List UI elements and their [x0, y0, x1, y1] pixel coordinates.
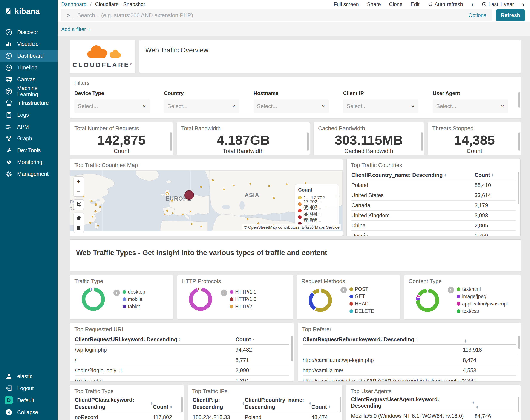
- column-header-country[interactable]: ClientIP.country_name: Descending▲▼: [245, 396, 311, 410]
- sidebar-item-discover[interactable]: Discover: [0, 26, 58, 38]
- metric-label: Cached Bandwidth: [314, 148, 424, 154]
- sidebar-item-space-default[interactable]: D Default: [0, 394, 58, 406]
- request-methods-donut-chart[interactable]: [309, 289, 332, 312]
- legend-item[interactable]: HTTP/2: [230, 304, 256, 310]
- legend-item[interactable]: text/html: [457, 286, 508, 292]
- column-header-count[interactable]: Count▼: [236, 336, 289, 343]
- clone-button[interactable]: Clone: [389, 1, 403, 7]
- options-link[interactable]: Options: [468, 12, 486, 18]
- scrollbar[interactable]: [421, 132, 423, 151]
- scrollbar[interactable]: [339, 397, 341, 412]
- scrollbar[interactable]: [181, 397, 183, 412]
- legend-expand-icon[interactable]: ›: [114, 289, 120, 296]
- scrollbar[interactable]: [291, 335, 293, 361]
- sidebar-item-user[interactable]: elastic: [0, 370, 58, 382]
- sidebar-item-graph[interactable]: Graph: [0, 133, 58, 144]
- column-header-count[interactable]: Count▲▼: [153, 404, 179, 410]
- scrollbar[interactable]: [518, 132, 520, 151]
- device-type-select[interactable]: Select...∨: [74, 99, 150, 113]
- legend-item[interactable]: POST: [350, 286, 374, 292]
- breadcrumb-dashboard-link[interactable]: Dashboard: [61, 1, 86, 7]
- kibana-logo[interactable]: kibana: [0, 0, 58, 23]
- legend-item[interactable]: mobile: [122, 296, 145, 302]
- scrollbar[interactable]: [170, 132, 172, 151]
- share-button[interactable]: Share: [367, 1, 381, 7]
- column-header-uri[interactable]: ClientRequestURI.keyword: Descending▲▼: [75, 336, 236, 343]
- query-bar: >_ Options Refresh: [58, 9, 530, 22]
- user-agent-select[interactable]: Select...∨: [433, 99, 508, 113]
- legend-item[interactable]: HTTP/1.1: [230, 289, 256, 295]
- time-back-chevron[interactable]: ‹: [471, 1, 473, 8]
- legend-item[interactable]: text/css: [457, 308, 508, 314]
- legend-item[interactable]: image/jpeg: [457, 294, 508, 300]
- time-range-picker[interactable]: Last 1 year: [482, 1, 514, 7]
- column-header-user-agent[interactable]: ClientRequestUserAgent.keyword: Descendi…: [351, 396, 474, 409]
- sidebar-item-timelion[interactable]: Timelion: [0, 62, 58, 74]
- search-box[interactable]: >_ Options: [61, 9, 492, 21]
- sidebar-user-label: elastic: [17, 373, 32, 379]
- kibana-logo-icon: [4, 8, 12, 15]
- sidebar-item-management[interactable]: Management: [0, 168, 58, 180]
- sidebar-item-logs[interactable]: Logs: [0, 109, 58, 121]
- http-protocols-donut-chart[interactable]: [189, 288, 212, 311]
- zoom-in-button[interactable]: +: [74, 177, 84, 187]
- legend-item[interactable]: tablet: [122, 304, 145, 310]
- refresh-button[interactable]: Refresh: [496, 9, 525, 21]
- column-header-count[interactable]: ▲▼: [463, 339, 516, 343]
- world-map[interactable]: NORTH AMERICA EUROPE ASIA: [70, 170, 343, 231]
- draw-rectangle-button[interactable]: [74, 223, 84, 233]
- cloudflare-logo-panel: CLOUDFLARE®: [70, 40, 135, 73]
- column-header-referer[interactable]: ClientRequestReferer.keyword: Descending…: [303, 336, 463, 343]
- hostname-select[interactable]: Select...∨: [254, 99, 329, 113]
- legend-expand-icon[interactable]: ›: [448, 287, 454, 293]
- poland-traffic-bubble[interactable]: [185, 190, 194, 199]
- column-header-count[interactable]: ▲▼: [474, 405, 516, 409]
- sidebar-collapse-label: Collapse: [17, 409, 38, 416]
- column-header-country[interactable]: ClientIP.country_name: Descending▲▼: [351, 172, 474, 178]
- content-type-donut-chart[interactable]: [416, 289, 439, 312]
- scrollbar[interactable]: [518, 172, 519, 204]
- scrollbar[interactable]: [307, 132, 309, 151]
- edit-button[interactable]: Edit: [411, 1, 420, 7]
- legend-item[interactable]: application/javascript: [457, 301, 508, 307]
- client-ip-select[interactable]: Select...∨: [343, 99, 418, 113]
- add-filter-button[interactable]: Add a filter +: [61, 26, 91, 32]
- legend-item[interactable]: HEAD: [350, 301, 374, 307]
- scrollbar[interactable]: [518, 92, 520, 108]
- table-row: http://camilia.me/wp-login.php8,474: [303, 355, 516, 365]
- country-select[interactable]: Select...∨: [164, 99, 239, 113]
- legend-item[interactable]: HTTP/1.0: [230, 296, 256, 302]
- sidebar-item-machine-learning[interactable]: Machine Learning: [0, 85, 58, 97]
- content-type-donut-panel: Content Type › text/html image/jpeg appl…: [404, 275, 521, 319]
- auto-refresh-button[interactable]: Auto-refresh: [428, 1, 463, 7]
- sidebar-item-logout[interactable]: Logout: [0, 382, 58, 394]
- column-header-client-ip[interactable]: ClientIP.ip: Descending▲▼: [192, 396, 245, 410]
- column-header-count[interactable]: Count▲▼: [474, 172, 515, 178]
- traffic-type-donut-chart[interactable]: [82, 288, 105, 311]
- full-screen-button[interactable]: Full screen: [334, 1, 359, 7]
- sidebar-item-collapse[interactable]: Collapse: [0, 406, 58, 418]
- sidebar-item-canvas[interactable]: Canvas: [0, 74, 58, 85]
- legend-item[interactable]: desktop: [122, 289, 145, 295]
- legend-item[interactable]: DELETE: [350, 308, 374, 314]
- scrollbar[interactable]: [518, 397, 519, 412]
- column-header-ip-class[interactable]: ClientIPClass.keyword: Descending▲▼: [75, 396, 153, 410]
- legend-expand-icon[interactable]: ›: [340, 287, 347, 293]
- draw-polygon-button[interactable]: [74, 213, 84, 223]
- sidebar-item-infrastructure[interactable]: Infrastructure: [0, 97, 58, 109]
- scrollbar[interactable]: [518, 335, 520, 349]
- sidebar-item-visualize[interactable]: Visualize: [0, 38, 58, 50]
- map-attribution[interactable]: © OpenStreetMap contributors, Elastic Ma…: [242, 225, 341, 230]
- column-header-count[interactable]: Count▲▼: [311, 404, 338, 410]
- legend-item[interactable]: GET: [350, 294, 374, 300]
- sidebar-item-dev-tools[interactable]: Dev Tools: [0, 144, 58, 156]
- metric-label: Count: [428, 148, 521, 154]
- time-forward-chevron[interactable]: ›: [522, 1, 524, 8]
- sidebar-item-dashboard[interactable]: Dashboard: [0, 50, 58, 62]
- search-input[interactable]: [77, 12, 463, 19]
- fit-bounds-button[interactable]: [74, 200, 84, 210]
- sidebar-item-apm[interactable]: APM: [0, 121, 58, 133]
- legend-expand-icon[interactable]: ›: [221, 289, 227, 296]
- zoom-out-button[interactable]: −: [74, 187, 84, 196]
- sidebar-item-monitoring[interactable]: Monitoring: [0, 156, 58, 168]
